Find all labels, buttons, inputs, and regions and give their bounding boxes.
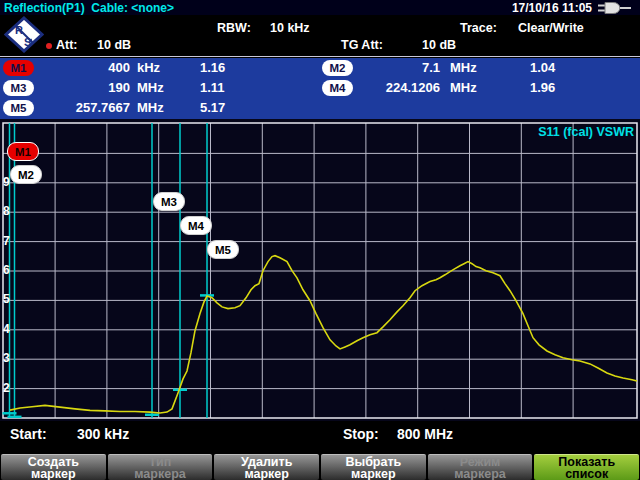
rbw-label: RBW:	[217, 21, 251, 35]
softkey-label-line2: маркер	[244, 468, 289, 480]
softkey-режим[interactable]: Режиммаркера	[428, 454, 533, 480]
header-separator	[0, 56, 640, 57]
y-axis-label-3: 3	[3, 351, 15, 365]
chart-marker-badge-m4: M4	[180, 216, 212, 235]
marker-freq-unit: kHz	[137, 60, 160, 75]
marker-vswr-value: 1.16	[200, 60, 225, 75]
softkey-тип[interactable]: Типмаркера	[108, 454, 213, 480]
marker-freq-unit: MHz	[137, 100, 164, 115]
marker-vswr-value: 1.04	[530, 60, 555, 75]
svg-text:S: S	[24, 36, 31, 48]
att-status-dot	[46, 43, 52, 49]
tg-att-value: 10 dB	[422, 38, 456, 52]
vswr-chart: S11 (fcal) VSWR 98765432M1M2M3M4M5	[0, 119, 640, 421]
y-axis-label-2: 2	[3, 381, 15, 395]
ac-power-plug-icon	[598, 2, 632, 14]
softkey-label-line1: Показать	[558, 456, 615, 468]
svg-text:R: R	[15, 24, 23, 36]
rbw-value: 10 kHz	[270, 21, 310, 35]
chart-marker-badge-m1: M1	[7, 142, 39, 161]
trace-mode-value: Clear/Write	[518, 21, 584, 35]
tg-att-label: TG Att:	[341, 38, 383, 52]
softkey-label-line2: список	[565, 468, 608, 480]
marker-badge-m3: M3	[3, 80, 34, 96]
att-value: 10 dB	[97, 38, 131, 52]
datetime: 17/10/16 11:05	[512, 1, 592, 15]
marker-badge-m5: M5	[3, 100, 34, 116]
marker-freq: 257.7667	[36, 100, 130, 115]
marker-freq-unit: MHz	[137, 80, 164, 95]
marker-freq: 190	[36, 80, 130, 95]
marker-table: M1400kHz1.16M3190MHz1.11M5257.7667MHz5.1…	[0, 58, 640, 119]
marker-badge-m4: M4	[322, 80, 353, 96]
softkey-label-line2: маркера	[134, 468, 185, 480]
trace-mode-label: Trace:	[460, 21, 497, 35]
marker-freq: 400	[36, 60, 130, 75]
marker-freq-unit: MHz	[450, 60, 477, 75]
rohde-schwarz-logo-icon: R S	[4, 16, 44, 53]
softkey-создать[interactable]: Создатьмаркер	[1, 454, 106, 480]
marker-freq-unit: MHz	[450, 80, 477, 95]
y-axis-label-6: 6	[3, 263, 15, 277]
marker-vswr-value: 5.17	[200, 100, 225, 115]
y-axis-label-7: 7	[3, 234, 15, 248]
analyzer-screen: Reflection(P1) Cable: <none> 17/10/16 11…	[0, 0, 640, 480]
softkey-выбрать[interactable]: Выбратьмаркер	[321, 454, 426, 480]
softkey-label-line1: Тип	[149, 456, 171, 468]
y-axis-label-5: 5	[3, 292, 15, 306]
chart-marker-badge-m3: M3	[153, 192, 185, 211]
marker-vswr-value: 1.11	[200, 80, 225, 95]
softkey-label-line1: Режим	[460, 456, 501, 468]
softkey-label-line2: маркер	[351, 468, 396, 480]
vswr-trace	[10, 256, 637, 413]
marker-freq: 224.1206	[356, 80, 440, 95]
start-freq-value: 300 kHz	[77, 426, 129, 442]
marker-badge-m2: M2	[322, 60, 353, 76]
att-label: Att:	[56, 38, 78, 52]
softkey-показать[interactable]: Показатьсписок	[534, 454, 639, 480]
y-axis-label-8: 8	[3, 204, 15, 218]
trace-info-label: S11 (fcal) VSWR	[538, 125, 634, 139]
chart-marker-badge-m5: M5	[207, 240, 239, 259]
marker-vswr-value: 1.96	[530, 80, 555, 95]
softkey-label-line1: Выбрать	[345, 456, 401, 468]
softkey-bar: СоздатьмаркерТипмаркераУдалитьмаркерВыбр…	[0, 454, 640, 480]
chart-marker-badge-m2: M2	[10, 165, 42, 184]
measurement-title: Reflection(P1) Cable: <none>	[4, 1, 174, 15]
softkey-label-line1: Удалить	[241, 456, 292, 468]
marker-badge-m1: M1	[3, 60, 34, 76]
softkey-label-line1: Создать	[28, 456, 79, 468]
y-axis-label-4: 4	[3, 322, 15, 336]
stop-freq-label: Stop:	[343, 426, 379, 442]
softkey-label-line2: маркера	[454, 468, 505, 480]
stop-freq-value: 800 MHz	[397, 426, 453, 442]
vswr-plot-svg	[0, 119, 640, 421]
softkey-label-line2: маркер	[31, 468, 76, 480]
marker-freq: 7.1	[356, 60, 440, 75]
start-freq-label: Start:	[10, 426, 47, 442]
softkey-удалить[interactable]: Удалитьмаркер	[214, 454, 319, 480]
